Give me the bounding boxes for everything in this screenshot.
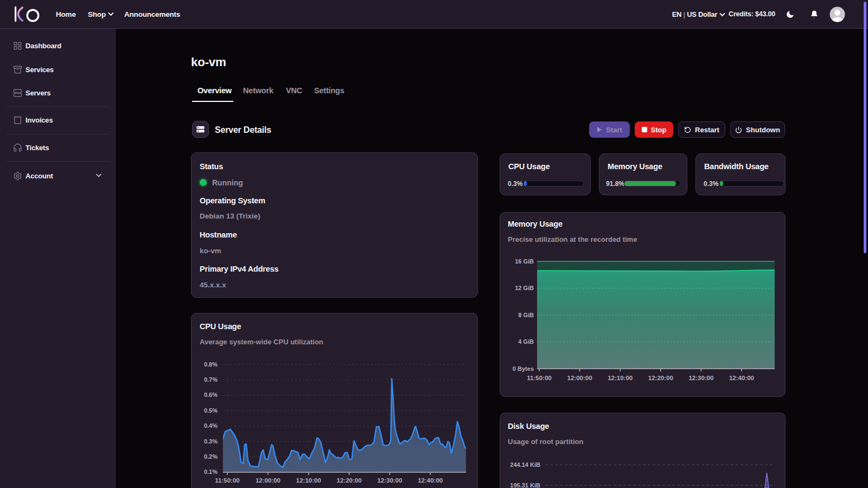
- svg-text:12:00:00: 12:00:00: [567, 375, 592, 381]
- svg-text:12:30:00: 12:30:00: [688, 375, 713, 381]
- svg-text:12:20:00: 12:20:00: [648, 375, 673, 381]
- svg-text:0.4%: 0.4%: [204, 422, 218, 429]
- svg-text:0 Bytes: 0 Bytes: [513, 365, 534, 372]
- svg-text:12:00:00: 12:00:00: [256, 477, 280, 484]
- svg-text:11:50:00: 11:50:00: [527, 375, 551, 381]
- svg-text:12:20:00: 12:20:00: [337, 477, 362, 484]
- svg-text:12:40:00: 12:40:00: [418, 477, 443, 484]
- svg-text:0.5%: 0.5%: [204, 407, 218, 414]
- svg-text:0.1%: 0.1%: [204, 468, 218, 475]
- svg-text:11:50:00: 11:50:00: [215, 477, 239, 484]
- svg-text:4 GiB: 4 GiB: [518, 338, 534, 345]
- svg-text:0.7%: 0.7%: [204, 376, 218, 383]
- svg-text:16 GiB: 16 GiB: [515, 258, 534, 265]
- svg-text:12 GiB: 12 GiB: [515, 285, 534, 291]
- svg-text:244.14 KiB: 244.14 KiB: [510, 461, 540, 468]
- svg-text:0.2%: 0.2%: [204, 453, 218, 460]
- svg-text:12:10:00: 12:10:00: [296, 477, 321, 484]
- svg-text:0.3%: 0.3%: [204, 438, 218, 445]
- svg-text:8 GiB: 8 GiB: [518, 312, 534, 318]
- svg-text:12:30:00: 12:30:00: [377, 477, 402, 484]
- svg-text:195.31 KiB: 195.31 KiB: [510, 482, 540, 488]
- svg-text:12:10:00: 12:10:00: [608, 375, 633, 381]
- svg-text:0.8%: 0.8%: [204, 361, 218, 368]
- svg-text:0.6%: 0.6%: [204, 391, 218, 398]
- svg-text:12:40:00: 12:40:00: [729, 375, 754, 381]
